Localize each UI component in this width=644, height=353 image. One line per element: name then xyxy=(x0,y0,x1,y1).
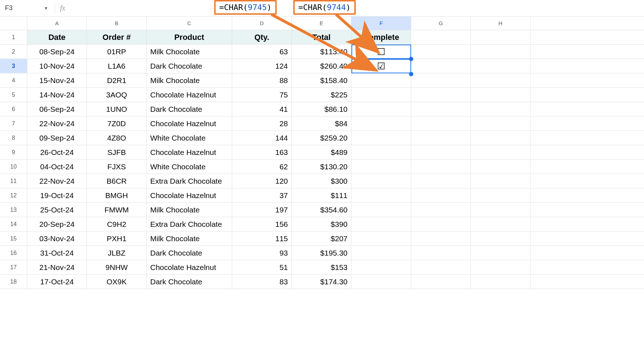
cell-product[interactable]: White Chocolate xyxy=(147,160,232,174)
cell-product[interactable]: Chocolate Hazelnut xyxy=(147,145,232,159)
cell-order[interactable]: D2R1 xyxy=(87,73,147,87)
name-box[interactable]: F3 ▼ xyxy=(1,2,52,14)
cell-total[interactable]: $259.20 xyxy=(292,131,351,145)
cell-qty[interactable]: 88 xyxy=(232,73,292,87)
cell-complete[interactable]: ☑ xyxy=(351,59,411,73)
cell-qty[interactable]: 163 xyxy=(232,145,292,159)
cell-product[interactable]: Chocolate Hazelnut xyxy=(147,116,232,130)
cell-order[interactable]: OX9K xyxy=(87,275,147,289)
cell-empty[interactable] xyxy=(471,231,530,246)
cell-empty[interactable] xyxy=(471,160,530,174)
cell-date[interactable]: 15-Nov-24 xyxy=(27,73,87,87)
header-cell-F[interactable]: Complete xyxy=(351,30,411,44)
cell-qty[interactable]: 37 xyxy=(232,188,292,202)
cell-total[interactable]: $195.30 xyxy=(292,246,351,260)
cell-total[interactable]: $207 xyxy=(292,231,351,246)
cell-qty[interactable]: 156 xyxy=(232,217,292,231)
cell-empty[interactable] xyxy=(411,73,471,87)
cell-empty[interactable] xyxy=(411,217,471,231)
cell-date[interactable]: 20-Sep-24 xyxy=(27,217,87,231)
cell-date[interactable]: 21-Nov-24 xyxy=(27,260,87,274)
cell-product[interactable]: Milk Chocolate xyxy=(147,231,232,246)
row-header[interactable]: 13 xyxy=(0,203,27,217)
cell-empty[interactable] xyxy=(471,217,530,231)
cell-qty[interactable]: 28 xyxy=(232,116,292,130)
cell-complete[interactable] xyxy=(351,231,411,246)
cell-order[interactable]: 01RP xyxy=(87,45,147,59)
cell-empty[interactable] xyxy=(471,203,530,217)
cell-total[interactable]: $390 xyxy=(292,217,351,231)
cell-total[interactable]: $113.40 xyxy=(292,45,351,59)
header-cell-B[interactable]: Order # xyxy=(87,30,147,44)
cell-complete[interactable] xyxy=(351,116,411,130)
cell-product[interactable]: Dark Chocolate xyxy=(147,59,232,73)
cell-complete[interactable] xyxy=(351,160,411,174)
row-header[interactable]: 2 xyxy=(0,45,27,59)
cell-empty[interactable] xyxy=(471,102,530,116)
chevron-down-icon[interactable]: ▼ xyxy=(44,6,48,11)
cell-empty[interactable] xyxy=(471,275,530,289)
cell-qty[interactable]: 120 xyxy=(232,174,292,188)
cell-product[interactable]: Dark Chocolate xyxy=(147,275,232,289)
cell-empty[interactable] xyxy=(411,246,471,260)
cell-total[interactable]: $153 xyxy=(292,260,351,274)
cell-empty[interactable] xyxy=(471,246,530,260)
cell-empty[interactable] xyxy=(411,88,471,102)
cell-total[interactable]: $84 xyxy=(292,116,351,130)
cell-qty[interactable]: 75 xyxy=(232,88,292,102)
cell-qty[interactable]: 197 xyxy=(232,203,292,217)
cell-product[interactable]: Chocolate Hazelnut xyxy=(147,188,232,202)
cell-product[interactable]: White Chocolate xyxy=(147,131,232,145)
cell-product[interactable]: Chocolate Hazelnut xyxy=(147,260,232,274)
cell-complete[interactable] xyxy=(351,73,411,87)
cell-empty[interactable] xyxy=(411,59,471,73)
row-header[interactable]: 11 xyxy=(0,174,27,188)
cell-empty[interactable] xyxy=(411,260,471,274)
col-header-A[interactable]: A xyxy=(27,17,87,30)
select-all-corner[interactable] xyxy=(0,17,27,30)
cell-date[interactable]: 22-Nov-24 xyxy=(27,116,87,130)
row-header[interactable]: 5 xyxy=(0,88,27,102)
cell-qty[interactable]: 115 xyxy=(232,231,292,246)
cell-order[interactable]: L1A6 xyxy=(87,59,147,73)
cell-complete[interactable] xyxy=(351,203,411,217)
cell-complete[interactable] xyxy=(351,88,411,102)
cell-complete[interactable] xyxy=(351,260,411,274)
cell-empty[interactable] xyxy=(411,102,471,116)
cell-empty[interactable] xyxy=(411,231,471,246)
cell-date[interactable]: 26-Oct-24 xyxy=(27,145,87,159)
selection-handle[interactable] xyxy=(409,57,413,61)
cell-complete[interactable] xyxy=(351,174,411,188)
cell-empty[interactable] xyxy=(471,174,530,188)
cell-total[interactable]: $260.40 xyxy=(292,59,351,73)
cell-date[interactable]: 06-Sep-24 xyxy=(27,102,87,116)
cell-date[interactable]: 22-Nov-24 xyxy=(27,174,87,188)
cell-product[interactable]: Extra Dark Chocolate xyxy=(147,217,232,231)
cell-order[interactable]: 4Z8O xyxy=(87,131,147,145)
cell-product[interactable]: Chocolate Hazelnut xyxy=(147,88,232,102)
cell-date[interactable]: 03-Nov-24 xyxy=(27,231,87,246)
cell-product[interactable]: Dark Chocolate xyxy=(147,246,232,260)
cell-complete[interactable] xyxy=(351,246,411,260)
cell-empty[interactable] xyxy=(411,203,471,217)
cell-empty[interactable] xyxy=(411,145,471,159)
header-cell-E[interactable]: Total xyxy=(292,30,351,44)
header-cell-C[interactable]: Product xyxy=(147,30,232,44)
row-header[interactable]: 15 xyxy=(0,231,27,246)
cell-total[interactable]: $86.10 xyxy=(292,102,351,116)
cell-qty[interactable]: 63 xyxy=(232,45,292,59)
cell-qty[interactable]: 83 xyxy=(232,275,292,289)
cell-total[interactable]: $174.30 xyxy=(292,275,351,289)
cell-order[interactable]: PXH1 xyxy=(87,231,147,246)
header-cell-G[interactable] xyxy=(411,30,471,44)
row-header[interactable]: 8 xyxy=(0,131,27,145)
cell-qty[interactable]: 144 xyxy=(232,131,292,145)
cell-empty[interactable] xyxy=(471,260,530,274)
row-header[interactable]: 1 xyxy=(0,30,27,44)
cell-order[interactable]: BMGH xyxy=(87,188,147,202)
row-header[interactable]: 3 xyxy=(0,59,27,73)
cell-empty[interactable] xyxy=(411,45,471,59)
row-header[interactable]: 12 xyxy=(0,188,27,202)
cell-empty[interactable] xyxy=(411,131,471,145)
col-header-B[interactable]: B xyxy=(87,17,147,30)
